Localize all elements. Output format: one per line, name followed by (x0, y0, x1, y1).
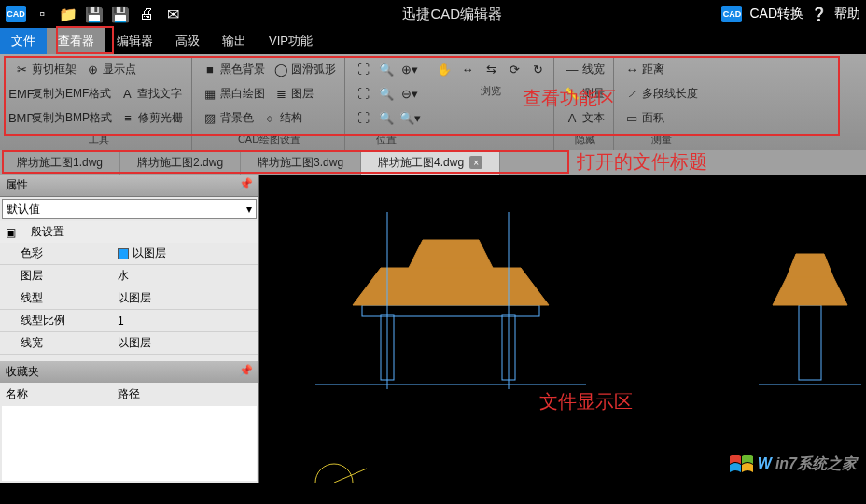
document-tab[interactable]: 牌坊施工图3.dwg (241, 150, 361, 175)
ribbon-button[interactable]: ⟐结构 (259, 109, 305, 127)
ribbon-icon: ⟳ (507, 62, 522, 77)
ribbon-button[interactable]: ⛶ (353, 61, 373, 77)
ribbon-button[interactable]: A文本 (562, 109, 608, 127)
ribbon-button[interactable]: ↻ (527, 61, 548, 77)
property-row[interactable]: 线宽以图层 (0, 332, 258, 355)
menu-file[interactable]: 文件 (0, 28, 47, 54)
ribbon-button-label: 剪切框架 (32, 62, 77, 77)
workarea: 属性 📌 默认值 ▾ ▣ 一般设置 色彩以图层图层水线型以图层线型比例1线宽以图… (0, 175, 866, 483)
ribbon-icon: ▨ (203, 110, 217, 125)
new-file-icon[interactable]: ▫ (32, 4, 52, 24)
menu-viewer[interactable]: 查看器 (47, 28, 105, 54)
ribbon-button[interactable]: ◯圆滑弧形 (271, 61, 339, 78)
ribbon-button[interactable]: ↔ (457, 61, 478, 77)
ribbon-button[interactable]: A查找文字 (117, 85, 185, 103)
ribbon-icon: ≡ (120, 110, 135, 125)
cad-convert-button[interactable]: CAD转换 (749, 6, 803, 22)
ribbon-button[interactable]: BMP复制为BMP格式 (11, 109, 115, 127)
ribbon-button[interactable]: ⇆ (481, 61, 501, 77)
property-value: 以图层 (112, 332, 258, 354)
color-swatch (118, 248, 129, 259)
ribbon-button[interactable]: ▦黑白绘图 (200, 85, 268, 103)
properties-list: 色彩以图层图层水线型以图层线型比例1线宽以图层 (0, 243, 258, 355)
ribbon-icon: A (119, 86, 134, 101)
pin-icon[interactable]: 📌 (239, 177, 253, 190)
ribbon-button[interactable]: ⛶ (353, 109, 373, 126)
ribbon-button[interactable]: ⊕▾ (399, 61, 420, 77)
print-icon[interactable]: 🖨 (136, 4, 157, 24)
watermark: Win7系统之家 (728, 451, 857, 477)
save-icon[interactable]: 💾 (84, 4, 105, 24)
properties-panel: 属性 📌 默认值 ▾ ▣ 一般设置 色彩以图层图层水线型以图层线型比例1线宽以图… (0, 175, 259, 483)
property-row[interactable]: 线型以图层 (0, 287, 258, 310)
ribbon-button[interactable]: —线宽 (562, 61, 608, 78)
ribbon-button[interactable]: 🔍 (376, 109, 397, 126)
ribbon-button[interactable]: ⟳ (504, 61, 524, 77)
property-row[interactable]: 线型比例1 (0, 310, 258, 332)
ribbon-button[interactable]: ⛶ (353, 85, 373, 102)
ribbon-button[interactable]: ✋ (434, 61, 454, 77)
ribbon-button-label: 圆滑弧形 (291, 62, 336, 77)
ribbon-button[interactable]: ▨背景色 (200, 109, 257, 127)
ribbon-button[interactable]: 🔍▾ (399, 109, 420, 126)
ribbon-button-label: 面积 (642, 110, 664, 126)
properties-title-text: 属性 (6, 178, 28, 191)
ribbon-icon: BMP (14, 110, 29, 125)
favorites-title-text: 收藏夹 (6, 364, 39, 380)
save-as-icon[interactable]: 💾 (110, 4, 131, 24)
document-tab[interactable]: 牌坊施工图1.dwg (0, 150, 120, 175)
ribbon-button[interactable]: ≡修剪光栅 (118, 109, 186, 127)
menu-advanced[interactable]: 高级 (164, 28, 211, 54)
ribbon-button[interactable]: ■黑色背景 (200, 61, 268, 78)
ribbon-icon: ⛶ (356, 110, 370, 125)
email-icon[interactable]: ✉ (162, 4, 183, 24)
properties-section[interactable]: ▣ 一般设置 (0, 221, 258, 243)
ribbon-icon: ⊖▾ (402, 86, 417, 101)
ribbon-button[interactable]: ▭面积 (622, 109, 667, 127)
open-file-icon[interactable]: 📁 (58, 4, 78, 24)
properties-combo[interactable]: 默认值 ▾ (2, 199, 257, 219)
property-value: 以图层 (112, 243, 258, 264)
ribbon-button[interactable]: 🔍 (376, 61, 397, 77)
ribbon-button-label: 黑色背景 (220, 62, 265, 77)
ribbon-button[interactable]: ↔距离 (622, 61, 667, 78)
ribbon-icon: ■ (203, 62, 217, 77)
property-row[interactable]: 图层水 (0, 265, 258, 287)
ribbon-button-label: 复制为EMF格式 (32, 86, 111, 102)
menu-vip[interactable]: VIP功能 (258, 28, 324, 54)
menu-editor[interactable]: 编辑器 (105, 28, 164, 54)
menu-output[interactable]: 输出 (211, 28, 258, 54)
document-tab[interactable]: 牌坊施工图4.dwg× (361, 150, 500, 175)
ribbon-icon: ✂ (14, 62, 29, 77)
help-icon[interactable]: ❔ (811, 7, 827, 21)
drawing-canvas[interactable]: 文件显示区 Win7系统之家 (259, 175, 866, 483)
ribbon-button-label: 距离 (642, 62, 664, 77)
ribbon-icon: ✋ (437, 62, 452, 77)
ribbon-button[interactable]: 🔍 (376, 85, 397, 102)
pin-icon[interactable]: 📌 (239, 364, 253, 380)
favorites-empty-list (2, 406, 257, 481)
svg-marker-3 (353, 268, 549, 305)
ribbon-container: ✂剪切框架⊕显示点EMF复制为EMF格式A查找文字BMP复制为BMP格式≡修剪光… (0, 54, 866, 150)
ribbon-button[interactable]: ⟋多段线长度 (622, 85, 701, 103)
ribbon-button-label: 多段线长度 (642, 86, 698, 102)
close-icon[interactable]: × (469, 156, 482, 169)
property-key: 线型比例 (0, 310, 112, 331)
ribbon-button[interactable]: ⊖▾ (399, 85, 420, 102)
ribbon-button-label: 查找文字 (137, 86, 182, 102)
help-label[interactable]: 帮助 (834, 6, 860, 22)
ribbon-button[interactable]: ✂剪切框架 (11, 61, 79, 78)
ribbon-button[interactable]: ⊕显示点 (82, 61, 139, 78)
favorites-title: 收藏夹 📌 (0, 361, 258, 383)
ribbon-group-label: 隐藏 (575, 131, 595, 150)
favorites-col-name: 名称 (6, 386, 118, 402)
ribbon-button[interactable]: ≣图层 (271, 85, 316, 103)
cad-convert-icon: CAD (721, 6, 742, 22)
ribbon-button[interactable]: EMF复制为EMF格式 (11, 85, 114, 103)
svg-marker-9 (773, 277, 847, 305)
property-row[interactable]: 色彩以图层 (0, 243, 258, 265)
ribbon-icon: ⟋ (624, 86, 639, 101)
ribbon-button-label: 背景色 (220, 110, 254, 126)
pencil-icon[interactable]: ✎ (850, 32, 862, 49)
document-tab[interactable]: 牌坊施工图2.dwg (120, 150, 241, 175)
